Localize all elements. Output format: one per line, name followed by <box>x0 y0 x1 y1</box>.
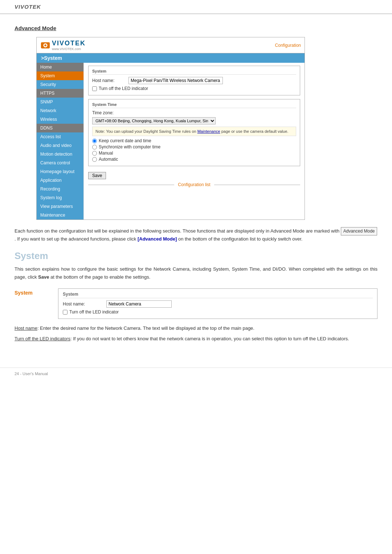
sidebar-item-recording[interactable]: Recording <box>37 185 83 193</box>
timezone-row: Time zone: <box>92 110 296 115</box>
config-panel: VIVOTEK www.VIVOTEK.com Configuration >S… <box>36 37 305 220</box>
page-header: VIVOTEK <box>0 0 392 14</box>
vivotek-logo: VIVOTEK www.VIVOTEK.com <box>40 40 86 51</box>
config-list-line-right <box>214 185 300 185</box>
sidebar-item-system[interactable]: System <box>37 71 83 80</box>
field-desc-hostname: Host name: Enter the desired name for th… <box>15 325 377 332</box>
vivotek-logo-icon <box>40 40 50 50</box>
sidebar-item-motion[interactable]: Motion detection <box>37 150 83 159</box>
led-checkbox[interactable] <box>92 86 97 91</box>
sidebar-item-access[interactable]: Access list <box>37 132 83 141</box>
adv-mode-link[interactable]: [Advanced Mode] <box>138 236 177 242</box>
field-title-hostname: Host name <box>15 325 37 331</box>
system-sub-label: System <box>15 288 51 319</box>
radio-automatic-label: Automatic <box>99 157 118 162</box>
radio-sync-label: Synchronize with computer time <box>99 144 160 149</box>
main-panel: System Host name: Turn off the LED indic… <box>84 63 305 219</box>
sidebar: Home System Security HTTPS SNMP Network … <box>37 63 84 219</box>
field-desc-led: Turn off the LED indicators: If you do n… <box>15 335 377 343</box>
system-description: This section explains how to configure t… <box>15 265 377 281</box>
led-checkbox-row: Turn off the LED indicator <box>92 86 296 91</box>
adv-mode-badge: Advanced Mode <box>341 227 377 235</box>
note-box: Note: You can upload your Daylight Savin… <box>92 127 296 136</box>
sidebar-item-syslog[interactable]: System log <box>37 193 83 202</box>
field-title-led: Turn off the LED indicators <box>15 336 70 341</box>
radio-automatic-input[interactable] <box>92 157 97 162</box>
description-paragraph: Each function on the configuration list … <box>15 227 377 243</box>
config-list-line-left <box>88 185 174 185</box>
footer-text: 24 - User's Manual <box>15 372 48 376</box>
main-content: Advanced Mode VIVOTEK www.VIVOTEK.com Co… <box>0 14 392 357</box>
panel-title: >System <box>41 55 62 61</box>
sys-led-label: Turn off the LED indicator <box>69 309 119 315</box>
sidebar-item-security[interactable]: Security <box>37 80 83 89</box>
advanced-mode-title: Advanced Mode <box>15 25 377 31</box>
sidebar-item-network[interactable]: Network <box>37 106 83 115</box>
radio-manual-input[interactable] <box>92 151 97 156</box>
sidebar-item-https[interactable]: HTTPS <box>37 89 83 98</box>
timezone-label: Time zone: <box>92 110 128 115</box>
radio-manual: Manual <box>92 151 296 156</box>
sidebar-item-viewparam[interactable]: View parameters <box>37 202 83 211</box>
sys-host-label: Host name: <box>63 301 106 307</box>
system-heading: System <box>15 250 377 262</box>
vivotek-logo-text: VIVOTEK www.VIVOTEK.com <box>52 40 86 51</box>
config-label: Configuration <box>275 43 301 48</box>
svg-point-2 <box>44 44 46 46</box>
maintenance-link[interactable]: Maintenance <box>197 129 220 134</box>
config-body: Home System Security HTTPS SNMP Network … <box>37 63 305 219</box>
system-form-title: System <box>63 292 373 298</box>
host-name-row: Host name: <box>92 77 296 84</box>
config-top-bar: VIVOTEK www.VIVOTEK.com Configuration <box>37 37 305 53</box>
radio-automatic: Automatic <box>92 157 296 162</box>
desc-text1: Each function on the configuration list … <box>15 228 339 234</box>
system-time-section-box: System Time Time zone: GMT+08:00 Beijing… <box>88 99 300 166</box>
led-label: Turn off the LED indicator <box>99 86 148 91</box>
system-section-box: System Host name: Turn off the LED indic… <box>88 66 300 95</box>
system-time-title: System Time <box>92 102 296 108</box>
radio-keep-label: Keep current date and time <box>99 138 151 143</box>
host-name-input[interactable] <box>128 77 223 84</box>
system-form-box: System Host name: Turn off the LED indic… <box>58 288 377 319</box>
radio-manual-label: Manual <box>99 151 113 156</box>
sidebar-item-snmp[interactable]: SNMP <box>37 98 83 106</box>
sidebar-item-maintenance[interactable]: Maintenance <box>37 211 83 219</box>
radio-sync-computer: Synchronize with computer time <box>92 144 296 149</box>
save-bold: Save <box>38 274 49 280</box>
sys-host-row: Host name: <box>63 300 373 308</box>
system-section-title: System <box>92 69 296 75</box>
config-list-label: Configuration list <box>178 182 210 187</box>
sys-led-checkbox[interactable] <box>63 310 68 315</box>
host-name-label: Host name: <box>92 78 128 83</box>
desc-text2: . If you want to set up the advanced fun… <box>15 236 136 242</box>
config-list-row: Configuration list <box>88 182 300 187</box>
panel-title-bar: >System <box>37 53 305 63</box>
sidebar-item-wireless[interactable]: Wireless <box>37 115 83 124</box>
sys-led-row: Turn off the LED indicator <box>63 309 373 315</box>
radio-keep-current: Keep current date and time <box>92 138 296 143</box>
radio-sync-computer-input[interactable] <box>92 145 97 149</box>
save-button[interactable]: Save <box>88 172 106 179</box>
system-sub-section: System System Host name: Turn off the LE… <box>15 288 377 319</box>
timezone-select-row: GMT+08:00 Beijing, Chongqing, Hong Kong,… <box>92 117 296 124</box>
page-footer: 24 - User's Manual <box>0 368 392 376</box>
desc-text3: on the bottom of the configuration list … <box>178 236 303 242</box>
sidebar-item-home[interactable]: Home <box>37 63 83 71</box>
sys-host-input[interactable] <box>106 300 172 308</box>
sidebar-item-ddns[interactable]: DDNS <box>37 124 83 132</box>
sidebar-item-audio[interactable]: Audio and video <box>37 141 83 150</box>
radio-keep-current-input[interactable] <box>92 139 97 143</box>
sidebar-item-application[interactable]: Application <box>37 176 83 185</box>
sidebar-item-homepage[interactable]: Homepage layout <box>37 167 83 176</box>
timezone-select[interactable]: GMT+08:00 Beijing, Chongqing, Hong Kong,… <box>92 117 216 124</box>
brand-name: VIVOTEK <box>15 4 41 10</box>
sidebar-item-camera[interactable]: Camera control <box>37 159 83 167</box>
